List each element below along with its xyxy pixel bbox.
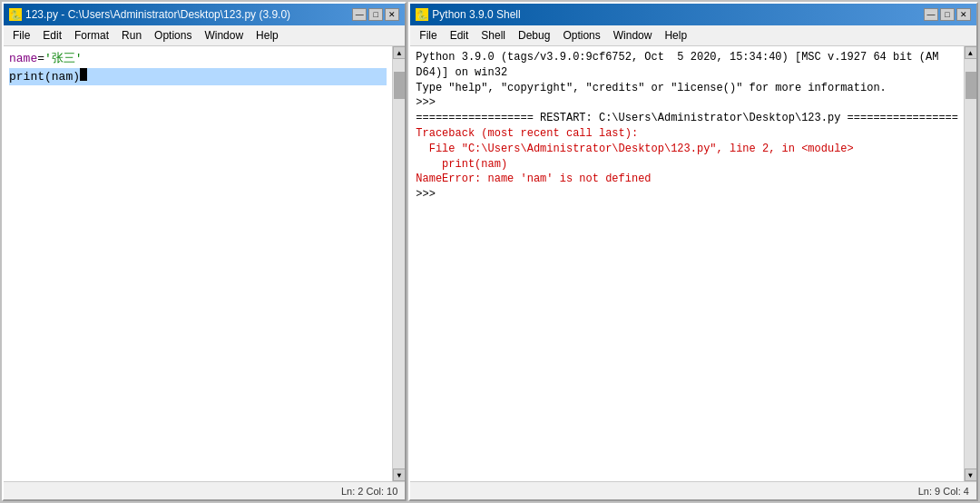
- text-cursor: [80, 68, 87, 81]
- shell-line-9: NameError: name 'nam' is not defined: [416, 172, 958, 187]
- shell-line-7: File "C:\Users\Administrator\Desktop\123…: [416, 142, 958, 157]
- editor-window: 🐍 123.py - C:\Users\Administrator\Deskto…: [2, 2, 407, 501]
- scroll-up-arrow[interactable]: ▲: [393, 46, 406, 59]
- editor-controls: — □ ✕: [352, 8, 399, 21]
- editor-minimize-button[interactable]: —: [352, 8, 367, 21]
- editor-close-button[interactable]: ✕: [385, 8, 399, 21]
- editor-statusbar: Ln: 2 Col: 10: [4, 481, 405, 499]
- editor-scrollbar[interactable]: ▲ ▼: [392, 46, 405, 481]
- editor-menu-help[interactable]: Help: [250, 27, 284, 44]
- shell-maximize-button[interactable]: □: [940, 8, 955, 21]
- editor-menu-window[interactable]: Window: [199, 27, 249, 44]
- shell-menu-file[interactable]: File: [414, 27, 442, 44]
- shell-menu-shell[interactable]: Shell: [475, 27, 511, 44]
- code-keyword-name: name: [9, 50, 37, 68]
- editor-menu-edit[interactable]: Edit: [37, 27, 67, 44]
- shell-menu-window[interactable]: Window: [608, 27, 658, 44]
- shell-line-10: >>>: [416, 187, 958, 202]
- scroll-down-arrow[interactable]: ▼: [393, 468, 406, 481]
- shell-icon: 🐍: [416, 8, 428, 21]
- shell-scrollbar[interactable]: ▲ ▼: [964, 46, 976, 481]
- shell-line-8: print(nam): [416, 157, 958, 173]
- editor-menu-run[interactable]: Run: [116, 27, 147, 44]
- shell-menu-edit[interactable]: Edit: [445, 27, 475, 44]
- editor-menu-format[interactable]: Format: [69, 27, 114, 44]
- shell-close-button[interactable]: ✕: [956, 8, 971, 21]
- code-equals: =: [37, 50, 44, 68]
- editor-menubar: File Edit Format Run Options Window Help: [4, 25, 405, 46]
- shell-titlebar: 🐍 Python 3.9.0 Shell — □ ✕: [410, 4, 976, 25]
- code-print-fn: print(nam): [9, 68, 80, 86]
- editor-titlebar: 🐍 123.py - C:\Users\Administrator\Deskto…: [4, 4, 405, 25]
- shell-minimize-button[interactable]: —: [924, 8, 938, 21]
- editor-title-left: 🐍 123.py - C:\Users\Administrator\Deskto…: [9, 8, 290, 21]
- shell-window: 🐍 Python 3.9.0 Shell — □ ✕ File Edit She…: [408, 2, 978, 501]
- editor-title: 123.py - C:\Users\Administrator\Desktop\…: [25, 8, 290, 21]
- shell-output-area[interactable]: Python 3.9.0 (tags/v3.9.0:9cf6752, Oct 5…: [410, 46, 964, 481]
- editor-status-text: Ln: 2 Col: 10: [341, 486, 397, 497]
- editor-icon: 🐍: [9, 8, 22, 21]
- shell-line-3: Type "help", "copyright", "credits" or "…: [416, 81, 958, 96]
- editor-menu-file[interactable]: File: [7, 27, 35, 44]
- shell-line-6: Traceback (most recent call last):: [416, 126, 958, 142]
- shell-line-4: >>>: [416, 95, 958, 111]
- shell-menu-options[interactable]: Options: [557, 27, 605, 44]
- shell-status-text: Ln: 9 Col: 4: [918, 486, 969, 497]
- shell-scroll-thumb[interactable]: [965, 72, 976, 99]
- code-line-2: print(nam): [9, 68, 387, 86]
- editor-maximize-button[interactable]: □: [368, 8, 383, 21]
- scroll-thumb[interactable]: [394, 72, 405, 99]
- shell-menu-help[interactable]: Help: [659, 27, 692, 44]
- editor-menu-options[interactable]: Options: [149, 27, 197, 44]
- shell-line-1: Python 3.9.0 (tags/v3.9.0:9cf6752, Oct 5…: [416, 50, 958, 65]
- shell-statusbar: Ln: 9 Col: 4: [410, 481, 976, 499]
- shell-title-left: 🐍 Python 3.9.0 Shell: [416, 8, 520, 21]
- shell-controls: — □ ✕: [924, 8, 971, 21]
- shell-title: Python 3.9.0 Shell: [432, 8, 520, 21]
- code-string-value: '张三': [44, 50, 83, 68]
- shell-menubar: File Edit Shell Debug Options Window Hel…: [410, 25, 976, 46]
- shell-line-5: ================== RESTART: C:\Users\Adm…: [416, 111, 958, 126]
- shell-menu-debug[interactable]: Debug: [513, 27, 555, 44]
- shell-line-2: D64)] on win32: [416, 65, 958, 81]
- shell-scroll-up-arrow[interactable]: ▲: [965, 46, 977, 59]
- code-line-1: name = '张三': [9, 50, 387, 68]
- shell-scroll-down-arrow[interactable]: ▼: [965, 468, 977, 481]
- code-editor[interactable]: name = '张三' print(nam): [4, 46, 392, 481]
- editor-code-area[interactable]: name = '张三' print(nam) ▲ ▼: [4, 46, 405, 481]
